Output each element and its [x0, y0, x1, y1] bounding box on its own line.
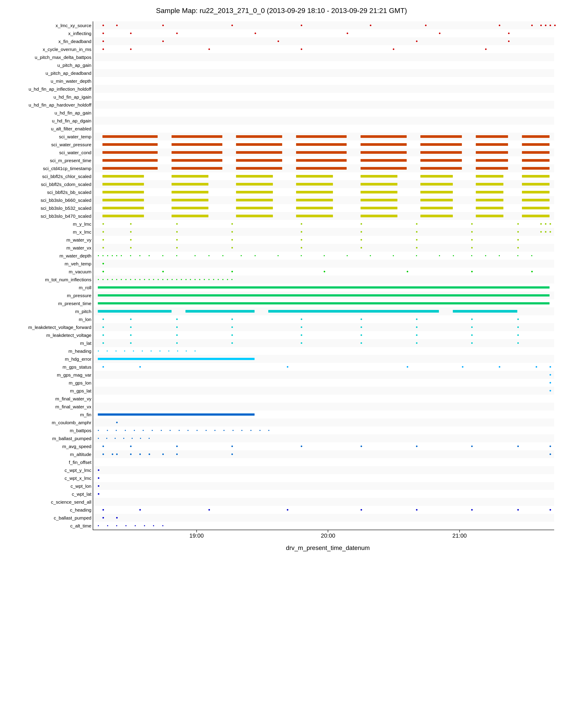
table-row: u_hd_fin_ap_dgain [93, 117, 554, 125]
row-label: m_lat [80, 341, 93, 345]
row-label: m_final_water_vy [55, 396, 93, 401]
data-dot [361, 326, 362, 328]
data-dot [471, 231, 473, 233]
table-row: m_y_lmc [93, 220, 554, 228]
data-segment [522, 167, 550, 170]
data-dot [416, 239, 418, 241]
row-label: m_gps_status [62, 365, 93, 369]
data-dot [517, 319, 519, 320]
data-dot [102, 25, 104, 26]
data-dot [162, 25, 164, 26]
data-dot [361, 319, 362, 320]
data-dot [550, 454, 551, 455]
row-label: u_alt_filter_enabled [51, 126, 93, 131]
data-dot [107, 351, 108, 352]
data-dot [550, 390, 551, 392]
data-segment [102, 135, 158, 138]
data-dot [107, 279, 108, 280]
data-dot [550, 382, 551, 384]
data-segment [171, 143, 222, 146]
data-dot [162, 525, 163, 526]
data-dot [231, 342, 233, 344]
data-segment [522, 207, 550, 209]
data-segment [236, 159, 282, 162]
data-dot [158, 279, 159, 280]
data-dot [471, 223, 473, 225]
data-dot [102, 49, 104, 50]
data-dot [554, 25, 556, 26]
row-label: m_heading [68, 349, 93, 353]
table-row: m_gps_lon [93, 379, 554, 387]
data-segment [171, 159, 222, 162]
data-segment [522, 151, 550, 154]
data-segment [361, 167, 407, 170]
data-dot [134, 430, 135, 431]
data-dot [107, 255, 108, 256]
data-dot [416, 509, 418, 511]
data-dot [232, 430, 233, 431]
data-segment [171, 215, 208, 217]
table-row: m_final_water_vx [93, 403, 554, 411]
data-dot [471, 509, 473, 511]
data-segment [236, 191, 273, 193]
row-label: m_roll [79, 285, 93, 290]
row-label: sci_bbfl2s_chlor_scaled [42, 174, 93, 179]
data-dot [139, 454, 141, 455]
table-row: m_vacuum [93, 268, 554, 276]
table-row: m_pressure [93, 291, 554, 299]
row-label: x_lmc_xy_source [56, 23, 93, 28]
data-dot [208, 279, 209, 280]
data-dot [407, 366, 408, 368]
table-row: m_gps_status [93, 363, 554, 371]
data-dot [98, 477, 99, 479]
data-dot [176, 255, 177, 256]
data-dot [194, 351, 195, 352]
data-segment [296, 159, 347, 162]
row-label: m_battpos [70, 428, 93, 433]
data-dot [139, 509, 141, 511]
data-dot [439, 33, 441, 34]
data-segment [296, 207, 333, 209]
data-dot [231, 271, 233, 272]
data-segment [171, 175, 208, 178]
data-dot [485, 49, 487, 50]
data-dot [102, 255, 103, 256]
data-dot [439, 255, 440, 256]
data-dot [259, 430, 260, 431]
data-segment [236, 151, 282, 154]
data-dot [204, 279, 205, 280]
table-row: sci_m_present_time [93, 156, 554, 164]
table-row: sci_bb3slo_b470_scaled [93, 212, 554, 220]
row-label: m_water_vy [66, 238, 93, 242]
row-label: c_science_send_all [51, 500, 93, 504]
data-dot [190, 279, 191, 280]
table-row: x_inflecting [93, 29, 554, 37]
data-segment [171, 207, 208, 209]
data-dot [471, 334, 473, 336]
row-label: m_y_lmc [73, 222, 93, 226]
data-dot [167, 279, 168, 280]
data-dot [176, 454, 178, 455]
data-dot [102, 319, 104, 320]
data-segment [476, 207, 503, 209]
data-dot [132, 438, 133, 439]
table-row: sci_bb3slo_b532_scaled [93, 204, 554, 212]
data-dot [499, 366, 500, 368]
data-segment [98, 294, 550, 296]
data-dot [471, 342, 473, 344]
data-dot [112, 255, 113, 256]
data-dot [416, 334, 418, 336]
data-dot [130, 231, 132, 233]
data-dot [130, 342, 132, 344]
data-dot [393, 49, 394, 50]
data-segment [171, 183, 208, 186]
x-tick: 21:00 [452, 530, 467, 539]
data-dot [517, 231, 519, 233]
table-row: sci_water_pressure [93, 141, 554, 148]
data-dot [540, 223, 542, 225]
row-label: sci_bb3slo_b470_scaled [41, 214, 93, 218]
data-dot [301, 334, 302, 336]
data-dot [250, 430, 251, 431]
data-segment [236, 143, 282, 146]
data-dot [125, 525, 126, 526]
